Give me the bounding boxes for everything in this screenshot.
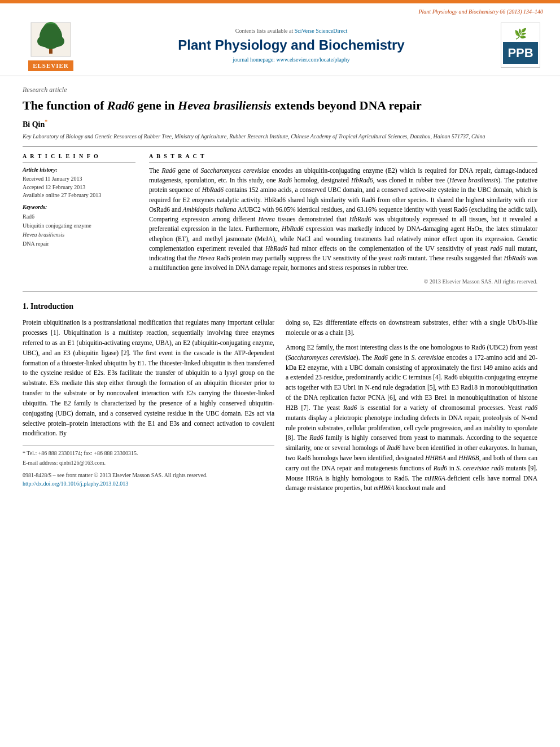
title-text-3: extends beyond DNA repair	[272, 98, 422, 112]
title-italic-rad6: Rad6	[107, 98, 134, 112]
affiliation: Key Laboratory of Biology and Genetic Re…	[23, 133, 537, 141]
author-sup: *	[45, 119, 47, 125]
journal-homepage: journal homepage: www.elsevier.com/locat…	[85, 56, 498, 64]
keyword-4: DNA repair	[23, 239, 135, 248]
history-label: Article history:	[23, 166, 135, 174]
title-text-2: gene in	[134, 98, 178, 112]
footnote-tel: * Tel.: +86 888 23301174; fax: +86 888 2…	[23, 449, 274, 458]
homepage-text-static: journal homepage:	[233, 56, 276, 63]
elsevier-label: ELSEVIER	[28, 60, 73, 72]
keyword-3: Hevea brasiliensis	[23, 230, 135, 239]
sciverse-text: Contents lists available at	[235, 28, 295, 34]
keywords-list: Rad6 Ubiquitin conjugating enzyme Hevea …	[23, 212, 135, 248]
section-1: 1. Introduction Protein ubiquitination i…	[23, 301, 537, 498]
journal-title-center: Contents lists available at SciVerse Sci…	[85, 27, 498, 64]
accepted-text: Accepted 12 February 2013	[23, 184, 135, 192]
article-title: The function of Rad6 gene in Hevea brasi…	[23, 98, 537, 114]
abstract-text: The Rad6 gene of Saccharomyces cerevisia…	[149, 166, 537, 273]
issn-text: 0981-8428/$ – see front matter © 2013 El…	[23, 471, 274, 480]
article-info-col: A R T I C L E I N F O Article history: R…	[23, 152, 135, 286]
journal-main-title: Plant Physiology and Biochemistry	[85, 37, 498, 54]
keyword-1: Rad6	[23, 212, 135, 221]
article-type: Research article	[23, 85, 537, 95]
abstract-col: A B S T R A C T The Rad6 gene of Sacchar…	[149, 152, 537, 286]
elsevier-logo-area: ELSEVIER	[17, 20, 85, 72]
page-wrapper: Plant Physiology and Biochemistry 66 (20…	[0, 0, 560, 507]
col-body-left: Protein ubiquitination is a posttranslat…	[23, 318, 274, 498]
elsevier-tree-icon	[28, 20, 73, 59]
sciverse-line: Contents lists available at SciVerse Sci…	[85, 27, 498, 36]
available-text: Available online 27 February 2013	[23, 191, 135, 200]
sciverse-link[interactable]: SciVerse ScienceDirect	[295, 28, 348, 34]
keyword-2: Ubiquitin conjugating enzyme	[23, 221, 135, 230]
footnote-email: E-mail address: qinbi126@163.com.	[23, 459, 274, 468]
intro-para-2: doing so, E2s differentiate effects on d…	[286, 318, 537, 338]
journal-top-line: Plant Physiology and Biochemistry 66 (20…	[11, 8, 549, 16]
title-italic-hevea: Hevea brasiliensis	[178, 98, 272, 112]
footnote-area: * Tel.: +86 888 23301174; fax: +86 888 2…	[23, 445, 274, 488]
ppb-leaf-icon: 🌿	[514, 27, 527, 41]
ppb-logo-box: 🌿 PPB	[501, 23, 540, 68]
journal-header: Plant Physiology and Biochemistry 66 (20…	[0, 3, 560, 76]
divider-2	[23, 291, 537, 292]
abstract-header: A B S T R A C T	[149, 152, 537, 163]
header-content: ELSEVIER Contents lists available at Sci…	[11, 18, 549, 74]
title-text-1: The function of	[23, 98, 107, 112]
doi-link[interactable]: http://dx.doi.org/10.1016/j.plaphy.2013.…	[23, 480, 274, 488]
intro-para-3: Among E2 family, the most interesting cl…	[286, 343, 537, 493]
three-col: Protein ubiquitination is a posttranslat…	[23, 318, 537, 498]
intro-para-1: Protein ubiquitination is a posttranslat…	[23, 318, 274, 439]
main-content: Research article The function of Rad6 ge…	[0, 76, 560, 507]
divider-1	[23, 146, 537, 147]
article-info-abstract: A R T I C L E I N F O Article history: R…	[23, 152, 537, 286]
author-name: Bi Qin*	[23, 118, 537, 130]
homepage-link[interactable]: www.elsevier.com/locate/plaphy	[276, 56, 349, 63]
ppb-logo-area: 🌿 PPB	[498, 23, 543, 68]
article-info-header: A R T I C L E I N F O	[23, 152, 135, 163]
section-1-title: 1. Introduction	[23, 301, 537, 312]
svg-point-6	[41, 24, 61, 44]
copyright-line: © 2013 Elsevier Masson SAS. All rights r…	[149, 278, 537, 286]
received-text: Received 11 January 2013	[23, 175, 135, 184]
author-text: Bi Qin	[23, 120, 45, 129]
keywords-label: Keywords:	[23, 203, 135, 212]
col-body-right: doing so, E2s differentiate effects on d…	[286, 318, 537, 498]
ppb-logo-inner: PPB	[503, 42, 537, 64]
